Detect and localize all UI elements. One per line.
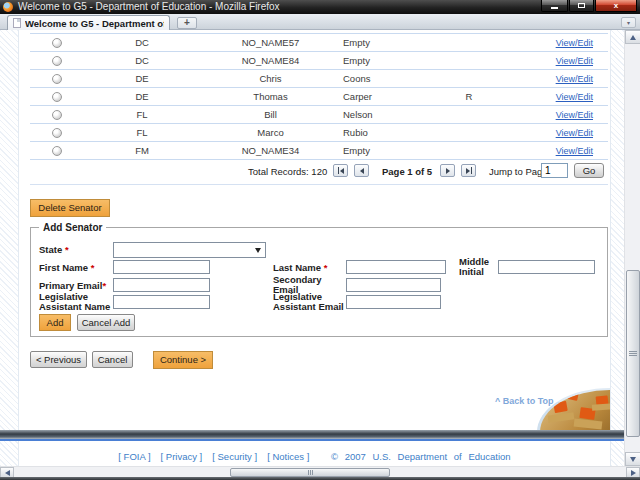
row-first-name: NO_NAME57 (200, 37, 341, 48)
secondary-email-input[interactable] (346, 278, 441, 292)
legislative-assistant-name-label: Legislative Assistant Name (39, 292, 117, 312)
jump-to-page-input[interactable] (541, 163, 568, 178)
page-margin-right (610, 30, 624, 466)
scroll-up-button[interactable] (625, 30, 640, 44)
primary-email-input[interactable] (113, 278, 210, 292)
arrow-left-icon (5, 470, 10, 476)
middle-initial-input[interactable] (498, 260, 595, 274)
view-edit-link[interactable]: View/Edit (556, 146, 593, 156)
table-row: DC NO_NAME57 Empty View/Edit (30, 34, 608, 52)
row-last-name: Nelson (341, 109, 445, 120)
cancel-button[interactable]: Cancel (92, 351, 133, 368)
row-state: FM (84, 145, 200, 156)
minimize-icon (551, 7, 558, 9)
row-state: DC (84, 55, 200, 66)
previous-button[interactable]: < Previous (30, 351, 87, 368)
footer-link-notices[interactable]: [ Notices ] (267, 451, 309, 462)
middle-initial-label: Middle Initial (459, 257, 497, 277)
senator-radio[interactable] (52, 74, 62, 84)
last-name-label: Last Name * (273, 263, 327, 273)
footer-links: [ FOIA ][ Privacy ][ Security ][ Notices… (113, 451, 314, 462)
close-button[interactable]: x (595, 0, 637, 12)
row-last-name: Coons (341, 73, 445, 84)
footer-link-security[interactable]: [ Security ] (212, 451, 257, 462)
legislative-assistant-name-input[interactable] (113, 295, 210, 309)
scroll-down-button[interactable] (625, 452, 640, 466)
first-name-input[interactable] (113, 260, 210, 274)
tab-title: Welcome to G5 - Department of Edu... (25, 18, 164, 29)
banner-bar (0, 430, 624, 439)
cancel-add-button[interactable]: Cancel Add (77, 314, 135, 331)
new-tab-button[interactable]: + (177, 17, 197, 29)
view-edit-link[interactable]: View/Edit (556, 128, 593, 138)
restore-icon (578, 3, 585, 8)
row-first-name: Bill (200, 109, 341, 120)
row-first-name: NO_NAME84 (200, 55, 341, 66)
row-middle-initial: R (445, 91, 493, 102)
add-button[interactable]: Add (39, 314, 71, 331)
view-edit-link[interactable]: View/Edit (556, 92, 593, 102)
footer: [ FOIA ][ Privacy ][ Security ][ Notices… (0, 451, 624, 462)
row-last-name: Empty (341, 55, 445, 66)
continue-button[interactable]: Continue > (153, 351, 213, 369)
title-bar: Welcome to G5 - Department of Education … (0, 0, 640, 14)
row-last-name: Empty (341, 37, 445, 48)
table-row: DC NO_NAME84 Empty View/Edit (30, 52, 608, 70)
arrow-up-icon (630, 35, 636, 40)
view-edit-link[interactable]: View/Edit (556, 38, 593, 48)
view-edit-link[interactable]: View/Edit (556, 74, 593, 84)
senator-radio[interactable] (52, 92, 62, 102)
senator-radio[interactable] (52, 146, 62, 156)
senator-radio[interactable] (52, 56, 62, 66)
first-page-icon (340, 168, 344, 174)
restore-button[interactable] (569, 0, 594, 12)
classroom-chairs-image (537, 388, 610, 432)
chevron-down-icon (255, 248, 261, 253)
footer-link-privacy[interactable]: [ Privacy ] (161, 451, 203, 462)
row-state: FL (84, 127, 200, 138)
list-all-tabs-button[interactable]: ▾ (621, 17, 636, 28)
next-page-button[interactable] (440, 164, 455, 177)
row-state: DE (84, 73, 200, 84)
first-page-button[interactable] (333, 164, 348, 177)
footer-link-foia[interactable]: [ FOIA ] (118, 451, 150, 462)
view-edit-link[interactable]: View/Edit (556, 56, 593, 66)
page-indicator: Page 1 of 5 (382, 166, 432, 177)
delete-senator-button[interactable]: Delete Senator (30, 199, 110, 217)
horizontal-scrollbar-thumb[interactable] (230, 468, 390, 477)
page-margin-left (0, 30, 19, 466)
vertical-scrollbar-thumb[interactable] (626, 270, 640, 437)
table-row: FL Marco Rubio View/Edit (30, 124, 608, 142)
close-icon: x (614, 2, 618, 10)
table-row: FM NO_NAME34 Empty View/Edit (30, 142, 608, 160)
view-edit-link[interactable]: View/Edit (556, 110, 593, 120)
firefox-icon (3, 2, 13, 12)
page-favicon (13, 18, 21, 28)
row-first-name: Thomas (200, 91, 341, 102)
horizontal-scrollbar[interactable] (0, 466, 640, 477)
tab-bar: Welcome to G5 - Department of Edu... + ▾ (0, 14, 640, 30)
senator-radio[interactable] (52, 38, 62, 48)
last-page-button[interactable] (461, 164, 476, 177)
browser-window: Welcome to G5 - Department of Education … (0, 0, 640, 480)
previous-page-button[interactable] (354, 164, 369, 177)
jump-to-page-label: Jump to Page (489, 166, 548, 177)
arrow-down-icon (630, 457, 636, 462)
first-name-label: First Name * (39, 263, 94, 273)
previous-page-icon (360, 168, 364, 174)
last-name-input[interactable] (346, 260, 446, 274)
state-select[interactable] (113, 242, 266, 258)
tab-welcome-g5[interactable]: Welcome to G5 - Department of Edu... (7, 15, 170, 30)
go-button[interactable]: Go (574, 163, 604, 178)
fieldset-legend: Add Senator (39, 222, 106, 233)
back-to-top-link[interactable]: ^ Back to Top (495, 396, 554, 406)
legislative-assistant-email-label: Legislative Assistant Email (273, 292, 355, 312)
add-senator-fieldset: Add Senator State * First Name * Last Na… (30, 227, 608, 337)
row-last-name: Carper (341, 91, 445, 102)
senator-radio[interactable] (52, 110, 62, 120)
minimize-button[interactable] (541, 0, 568, 12)
legislative-assistant-email-input[interactable] (346, 295, 441, 309)
senator-radio[interactable] (52, 128, 62, 138)
window-title: Welcome to G5 - Department of Education … (18, 0, 280, 14)
vertical-scrollbar[interactable] (624, 30, 640, 466)
